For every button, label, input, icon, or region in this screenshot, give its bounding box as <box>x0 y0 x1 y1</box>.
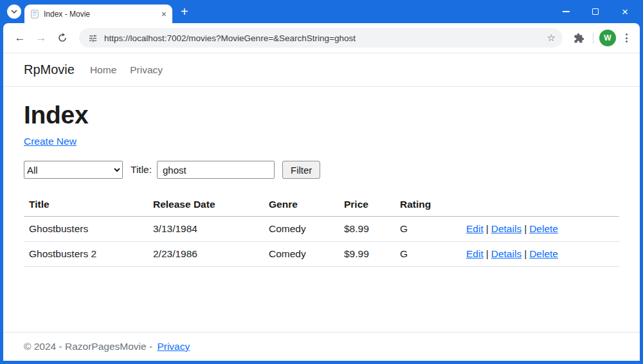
col-header-price: Price <box>339 193 395 217</box>
cell-title: Ghostbusters 2 <box>24 242 148 267</box>
search-input[interactable] <box>157 161 275 179</box>
cell-release-date: 3/13/1984 <box>148 217 264 242</box>
tab-title: Index - Movie <box>44 10 155 19</box>
filter-form: All Title: Filter <box>24 161 619 179</box>
page-footer: © 2024 - RazorPagesMovie - Privacy <box>3 332 640 361</box>
url-text: https://localhost:7002/movies?MovieGenre… <box>104 33 541 43</box>
delete-link[interactable]: Delete <box>529 248 558 259</box>
main-content: Index Create New All Title: Filter <box>3 87 640 267</box>
browser-window: Index - Movie × + × ← → https://localhos… <box>0 0 643 364</box>
site-navbar: RpMovie Home Privacy <box>3 53 640 87</box>
maximize-button[interactable] <box>581 0 610 23</box>
edit-link[interactable]: Edit <box>466 248 484 259</box>
col-header-genre: Genre <box>264 193 339 217</box>
close-button[interactable]: × <box>610 0 640 23</box>
menu-icon[interactable] <box>619 31 633 45</box>
back-button[interactable]: ← <box>11 29 29 47</box>
cell-price: $8.99 <box>339 217 395 242</box>
web-page: RpMovie Home Privacy Index Create New Al… <box>3 53 640 361</box>
forward-button[interactable]: → <box>32 29 50 47</box>
page-title: Index <box>24 101 619 129</box>
minimize-icon <box>563 11 570 12</box>
reload-icon <box>57 33 68 43</box>
filter-button[interactable]: Filter <box>282 161 320 179</box>
site-settings-icon[interactable] <box>87 33 98 43</box>
action-separator: | <box>486 248 489 259</box>
address-bar[interactable]: https://localhost:7002/movies?MovieGenre… <box>79 28 563 48</box>
col-header-actions <box>461 193 619 217</box>
browser-toolbar: ← → https://localhost:7002/movies?MovieG… <box>3 23 640 53</box>
nav-home-link[interactable]: Home <box>90 64 116 76</box>
tab-strip: Index - Movie × + × <box>3 0 640 23</box>
details-link[interactable]: Details <box>491 248 521 259</box>
tab-favicon-icon <box>30 10 39 19</box>
cell-genre: Comedy <box>264 242 339 267</box>
action-separator: | <box>524 223 527 234</box>
col-header-title: Title <box>24 193 148 217</box>
tab-close-button[interactable]: × <box>159 10 168 19</box>
cell-rating: G <box>395 217 461 242</box>
cell-price: $9.99 <box>339 242 395 267</box>
cell-genre: Comedy <box>264 217 339 242</box>
details-link[interactable]: Details <box>491 223 521 234</box>
extensions-icon[interactable] <box>570 33 587 44</box>
col-header-release-date: Release Date <box>148 193 264 217</box>
close-icon: × <box>622 6 628 17</box>
new-tab-button[interactable]: + <box>181 5 188 18</box>
browser-tab[interactable]: Index - Movie × <box>24 5 172 23</box>
reload-button[interactable] <box>53 29 71 47</box>
cell-actions: Edit|Details|Delete <box>461 217 619 242</box>
movies-table: Title Release Date Genre Price Rating Gh… <box>24 193 619 267</box>
bookmark-star-icon[interactable]: ☆ <box>547 32 556 44</box>
col-header-rating: Rating <box>395 193 461 217</box>
table-row: Ghostbusters 3/13/1984 Comedy $8.99 G Ed… <box>24 217 619 242</box>
copyright-text: © 2024 - RazorPagesMovie - <box>24 341 152 352</box>
tab-search-button[interactable] <box>7 5 21 19</box>
browser-body: ← → https://localhost:7002/movies?MovieG… <box>3 23 640 361</box>
nav-privacy-link[interactable]: Privacy <box>130 64 163 76</box>
minimize-button[interactable] <box>551 0 581 23</box>
table-row: Ghostbusters 2 2/23/1986 Comedy $9.99 G … <box>24 242 619 267</box>
brand-link[interactable]: RpMovie <box>24 62 75 77</box>
footer-privacy-link[interactable]: Privacy <box>157 341 190 352</box>
edit-link[interactable]: Edit <box>466 223 484 234</box>
cell-release-date: 2/23/1986 <box>148 242 264 267</box>
action-separator: | <box>524 248 527 259</box>
maximize-icon <box>592 8 599 15</box>
profile-avatar[interactable]: W <box>599 30 616 46</box>
chevron-down-icon <box>11 10 17 14</box>
toolbar-divider <box>593 33 593 44</box>
window-controls: × <box>551 0 640 23</box>
genre-select[interactable]: All <box>24 161 123 179</box>
cell-actions: Edit|Details|Delete <box>461 242 619 267</box>
cell-title: Ghostbusters <box>24 217 148 242</box>
action-separator: | <box>486 223 489 234</box>
create-new-link[interactable]: Create New <box>24 136 77 147</box>
cell-rating: G <box>395 242 461 267</box>
delete-link[interactable]: Delete <box>529 223 558 234</box>
table-header-row: Title Release Date Genre Price Rating <box>24 193 619 217</box>
title-filter-label: Title: <box>131 164 152 176</box>
